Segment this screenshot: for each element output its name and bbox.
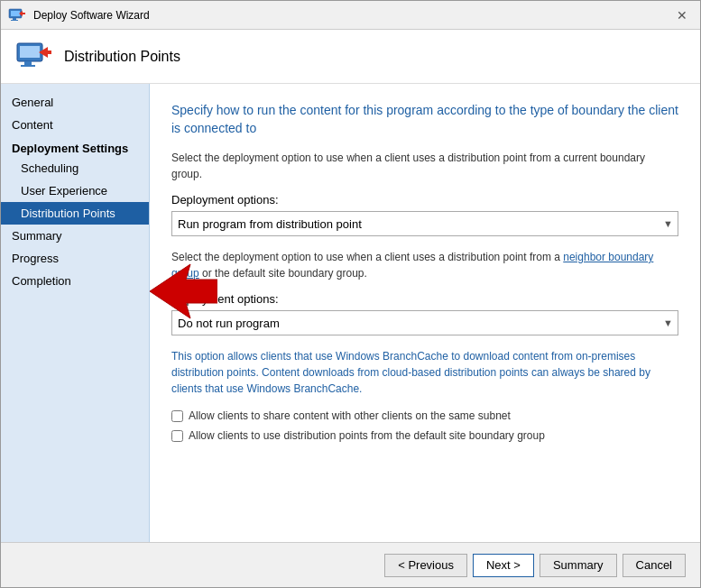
- deployment-options-dropdown1[interactable]: Run program from distribution point Down…: [171, 211, 678, 236]
- deployment-options-dropdown2[interactable]: Do not run program Run program from dist…: [171, 310, 678, 335]
- wizard-footer: < Previous Next > Summary Cancel: [1, 542, 700, 587]
- svg-rect-8: [21, 65, 35, 67]
- branchcache-info-text: This option allows clients that use Wind…: [171, 348, 678, 397]
- sidebar-item-completion[interactable]: Completion: [1, 270, 149, 292]
- title-bar-title: Deploy Software Wizard: [33, 9, 671, 22]
- deploy-options-label2: Deployment options:: [171, 292, 678, 306]
- content-heading: Specify how to run the content for this …: [171, 102, 678, 137]
- svg-rect-1: [11, 11, 20, 16]
- wizard-body: General Content Deployment Settings Sche…: [1, 84, 700, 542]
- svg-rect-2: [13, 18, 16, 20]
- section2-description: Select the deployment option to use when…: [171, 249, 678, 281]
- sidebar-item-content[interactable]: Content: [1, 114, 149, 136]
- previous-button[interactable]: < Previous: [384, 554, 467, 577]
- share-content-label: Allow clients to share content with othe…: [189, 409, 511, 422]
- sidebar-item-progress[interactable]: Progress: [1, 247, 149, 270]
- checkbox1-row: Allow clients to share content with othe…: [171, 409, 678, 422]
- dropdown1-wrapper: Run program from distribution point Down…: [171, 211, 678, 236]
- wizard-header: Distribution Points: [1, 30, 700, 84]
- sidebar-item-user-experience[interactable]: User Experience: [1, 179, 149, 202]
- sidebar: General Content Deployment Settings Sche…: [1, 84, 150, 542]
- sidebar-item-scheduling[interactable]: Scheduling: [1, 157, 149, 179]
- share-content-checkbox[interactable]: [171, 410, 183, 422]
- close-button[interactable]: ✕: [671, 5, 693, 26]
- deploy-options-label1: Deployment options:: [171, 193, 678, 207]
- sidebar-item-summary[interactable]: Summary: [1, 225, 149, 247]
- title-bar-icon: [8, 6, 26, 24]
- sidebar-item-distribution-points[interactable]: Distribution Points: [1, 202, 149, 225]
- wizard-step-title: Distribution Points: [64, 49, 180, 65]
- wizard-icon: [15, 38, 53, 76]
- svg-rect-3: [11, 20, 18, 21]
- use-default-boundary-checkbox[interactable]: [171, 430, 183, 442]
- checkbox2-row: Allow clients to use distribution points…: [171, 429, 678, 442]
- next-button[interactable]: Next >: [473, 554, 534, 577]
- dropdown2-wrapper: Do not run program Run program from dist…: [171, 310, 678, 335]
- wizard-window: Deploy Software Wizard ✕ Distribution Po…: [0, 0, 701, 588]
- main-content: Specify how to run the content for this …: [150, 84, 700, 542]
- cancel-button[interactable]: Cancel: [623, 554, 686, 577]
- section2-desc-text1: Select the deployment option to use when…: [171, 251, 563, 263]
- sidebar-item-general[interactable]: General: [1, 91, 149, 114]
- section2-desc-text2: or the default site boundary group.: [199, 267, 367, 280]
- use-default-boundary-label: Allow clients to use distribution points…: [189, 429, 545, 442]
- svg-rect-7: [24, 61, 32, 65]
- title-bar: Deploy Software Wizard ✕: [1, 1, 700, 30]
- summary-button[interactable]: Summary: [540, 554, 617, 577]
- svg-rect-6: [20, 46, 40, 58]
- section1-description: Select the deployment option to use when…: [171, 150, 678, 182]
- sidebar-section-deployment: Deployment Settings: [1, 136, 149, 157]
